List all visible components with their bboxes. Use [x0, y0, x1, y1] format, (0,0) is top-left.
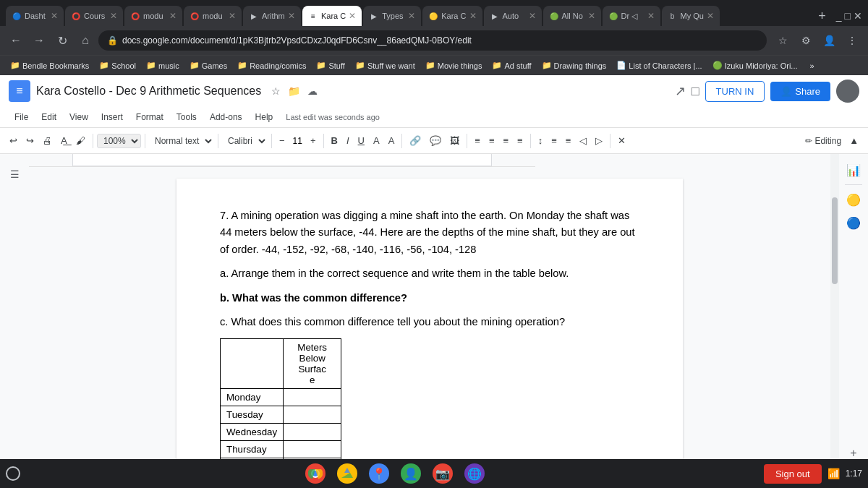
- menu-item-edit[interactable]: Edit: [35, 109, 62, 125]
- maximize-button[interactable]: □: [845, 10, 851, 22]
- align-right-button[interactable]: ≡: [499, 133, 512, 148]
- sign-out-button[interactable]: Sign out: [764, 464, 822, 484]
- profile-button[interactable]: 👤: [819, 30, 839, 51]
- right-panel-btn-2[interactable]: 🟡: [845, 191, 862, 208]
- redo-button[interactable]: ↪: [22, 133, 38, 148]
- indent-increase-button[interactable]: ▷: [592, 133, 606, 148]
- tab-close-button[interactable]: ✕: [349, 11, 356, 21]
- tab-close-button[interactable]: ✕: [288, 11, 295, 21]
- tab-tab1[interactable]: 🔵Dasht✕: [6, 6, 64, 26]
- font-decrease-button[interactable]: −: [276, 133, 289, 148]
- menu-item-view[interactable]: View: [64, 109, 94, 125]
- clear-format-button[interactable]: ✕: [614, 133, 629, 148]
- line-spacing-button[interactable]: ↕: [535, 133, 547, 148]
- link-button[interactable]: 🔗: [406, 133, 425, 148]
- tab-close-button[interactable]: ✕: [469, 11, 477, 21]
- highlight-button[interactable]: A: [385, 133, 399, 148]
- maps-icon[interactable]: 📍: [369, 463, 389, 484]
- table-value-cell[interactable]: [284, 423, 341, 440]
- table-value-cell[interactable]: [284, 440, 341, 458]
- menu-item-add-ons[interactable]: Add-ons: [204, 109, 248, 125]
- zoom-select[interactable]: 100%: [97, 134, 141, 148]
- turn-in-button[interactable]: TURN IN: [705, 81, 765, 102]
- bookmark-»[interactable]: »: [804, 60, 819, 72]
- extension-button[interactable]: ⚙: [796, 30, 816, 51]
- menu-item-file[interactable]: File: [9, 109, 34, 125]
- bookmark-stuff-we-want[interactable]: 📁Stuff we want: [351, 59, 420, 72]
- tab-close-button[interactable]: ✕: [169, 11, 176, 21]
- print-button[interactable]: 🖨: [39, 133, 56, 148]
- sidebar-icon-1[interactable]: ☰: [10, 168, 20, 180]
- bookmark-ad-stuff[interactable]: 📁Ad stuff: [488, 59, 535, 72]
- bookmark-reading/comics[interactable]: 📁Reading/comics: [233, 59, 310, 72]
- align-justify-button[interactable]: ≡: [514, 133, 527, 148]
- bookmark-school[interactable]: 📁School: [95, 59, 140, 72]
- avatar[interactable]: [836, 80, 859, 103]
- tab-close-button[interactable]: ✕: [529, 11, 536, 21]
- tab-close-button[interactable]: ✕: [51, 11, 58, 21]
- align-left-button[interactable]: ≡: [471, 133, 484, 148]
- expand-button[interactable]: ▲: [846, 133, 862, 148]
- status-doc-button[interactable]: ☁: [306, 84, 319, 98]
- bookmark-izuku-midoriya:-ori...[interactable]: 🟢Izuku Midoriya: Ori...: [708, 59, 802, 72]
- minimize-button[interactable]: _: [836, 10, 842, 22]
- font-select[interactable]: Calibri: [222, 134, 268, 148]
- bold-button[interactable]: B: [328, 133, 341, 148]
- tab-close-button[interactable]: ✕: [707, 11, 714, 21]
- camera-icon[interactable]: 📷: [433, 463, 453, 484]
- comment-button[interactable]: 💬: [426, 133, 445, 148]
- tab-tab3[interactable]: ⭕modu✕: [124, 6, 182, 26]
- menu-button[interactable]: ⋮: [842, 30, 862, 51]
- bookmark-games[interactable]: 📁Games: [185, 59, 231, 72]
- star-button[interactable]: ☆: [773, 30, 793, 51]
- underline-button[interactable]: U: [354, 133, 368, 148]
- star-doc-button[interactable]: ☆: [270, 84, 282, 98]
- share-button[interactable]: 👤 Share: [770, 82, 830, 101]
- font-increase-button[interactable]: +: [307, 133, 320, 148]
- image-button[interactable]: 🖼: [446, 133, 463, 148]
- back-button[interactable]: ←: [6, 30, 26, 51]
- spell-button[interactable]: A͟: [57, 133, 71, 148]
- indent-decrease-button[interactable]: ◁: [576, 133, 590, 148]
- menu-item-format[interactable]: Format: [130, 109, 169, 125]
- right-panel-btn-3[interactable]: 🔵: [845, 214, 862, 231]
- align-center-button[interactable]: ≡: [485, 133, 498, 148]
- app-icon[interactable]: 🌐: [464, 463, 485, 484]
- style-select[interactable]: Normal text: [149, 134, 214, 148]
- photos-icon[interactable]: 👤: [401, 463, 421, 484]
- scrollbar[interactable]: [830, 154, 839, 488]
- present-button[interactable]: □: [692, 84, 699, 99]
- right-panel-btn-1[interactable]: 📊: [845, 161, 862, 179]
- bookmark-movie-things[interactable]: 📁Movie things: [421, 59, 487, 72]
- tab-tab2[interactable]: ⭕Cours✕: [65, 6, 123, 26]
- bookmark-list-of-characters-|...[interactable]: 📄List of Characters |...: [612, 59, 706, 72]
- address-bar[interactable]: 🔒 docs.google.com/document/d/1pK3Bjtrb2V…: [98, 30, 767, 51]
- doc-page-area[interactable]: 7. A mining operation was digging a mine…: [29, 167, 830, 488]
- list-button[interactable]: ≡: [548, 133, 561, 148]
- bookmark-drawing-things[interactable]: 📁Drawing things: [537, 59, 611, 72]
- table-value-cell[interactable]: [284, 406, 341, 423]
- bookmark-music[interactable]: 📁music: [142, 59, 184, 72]
- trend-button[interactable]: ↗: [675, 83, 686, 99]
- font-color-button[interactable]: A: [370, 133, 383, 148]
- drive-icon[interactable]: [337, 463, 357, 484]
- tab-tab11[interactable]: 🟢Dr ◁✕: [603, 6, 660, 26]
- tab-close-button[interactable]: ✕: [408, 11, 415, 21]
- bookmark-bendle-bookmarks[interactable]: 📁Bendle Bookmarks: [6, 59, 93, 72]
- tab-tab8[interactable]: 🟡Kara C✕: [422, 6, 482, 26]
- menu-item-help[interactable]: Help: [250, 109, 279, 125]
- paint-button[interactable]: 🖌: [72, 133, 89, 148]
- refresh-button[interactable]: ↻: [52, 30, 72, 51]
- tab-tab5[interactable]: ▶Arithm✕: [243, 6, 301, 26]
- italic-button[interactable]: I: [343, 133, 353, 148]
- tab-tab7[interactable]: ▶Types✕: [363, 6, 421, 26]
- tab-close-button[interactable]: ✕: [647, 11, 655, 21]
- forward-button[interactable]: →: [29, 30, 49, 51]
- tab-tab12[interactable]: bMy Qu✕: [662, 6, 720, 26]
- chrome-icon[interactable]: [305, 463, 326, 484]
- menu-item-tools[interactable]: Tools: [171, 109, 203, 125]
- tab-close-button[interactable]: ✕: [229, 11, 236, 21]
- tab-close-button[interactable]: ✕: [588, 11, 595, 21]
- tab-tab10[interactable]: 🟢All No✕: [543, 6, 601, 26]
- move-doc-button[interactable]: 📁: [286, 84, 302, 98]
